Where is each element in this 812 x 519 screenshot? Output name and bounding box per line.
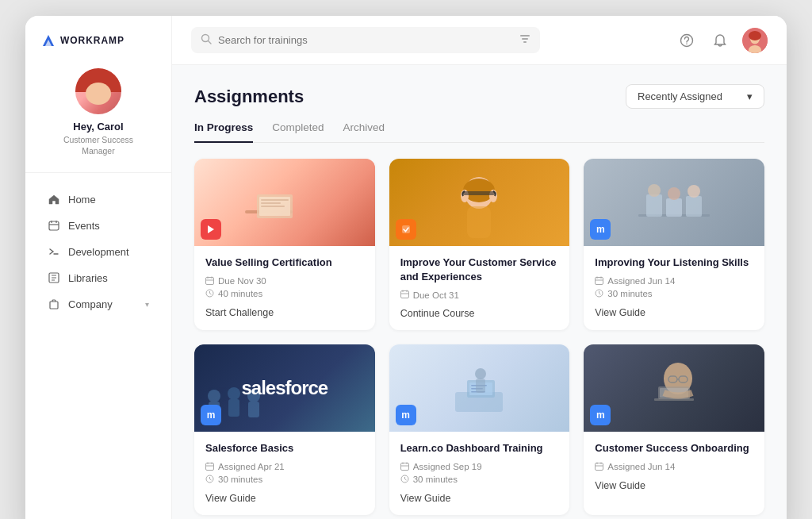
card-due-text-1: Due Nov 30 (218, 276, 266, 286)
sort-label: Recently Assigned (638, 90, 722, 102)
card-badge-3: m (590, 219, 611, 240)
tab-archived[interactable]: Archived (343, 121, 385, 143)
svg-rect-16 (523, 41, 527, 43)
card-action-1[interactable]: Start Challenge (205, 307, 364, 318)
sidebar-item-libraries[interactable]: Libraries (32, 265, 165, 290)
card-salesforce-basics[interactable]: salesforce (194, 344, 375, 515)
clock-icon-1 (205, 289, 214, 299)
sidebar-item-company[interactable]: Company ▾ (32, 291, 165, 317)
card-meta-5: Assigned Sep 19 30 minutes (400, 462, 559, 485)
card-action-6[interactable]: View Guide (595, 480, 753, 491)
desk-scene-icon (237, 171, 332, 234)
svg-rect-2 (49, 221, 59, 230)
svg-rect-15 (522, 38, 528, 40)
svg-rect-28 (261, 206, 285, 207)
sidebar-item-libraries-label: Libraries (68, 272, 108, 284)
user-avatar-topbar[interactable] (742, 28, 768, 53)
card-title-6: Customer Success Onboarding (595, 441, 753, 456)
card-duration-text-4: 30 minutes (218, 475, 262, 484)
card-assigned-3: Assigned Jun 14 (595, 276, 753, 286)
svg-point-21 (749, 31, 761, 40)
card-action-4[interactable]: View Guide (205, 493, 364, 504)
card-value-selling[interactable]: Value Selling Certification Due Nov 30 (194, 159, 375, 330)
main-content: Assignments Recently Assigned ▾ In Progr… (172, 16, 787, 519)
svg-rect-55 (596, 277, 603, 284)
sidebar-item-home[interactable]: Home (32, 186, 165, 212)
card-assigned-text-4: Assigned Apr 21 (218, 462, 285, 471)
svg-line-36 (210, 293, 212, 294)
salesforce-text: salesforce (241, 377, 327, 398)
card-meta-4: Assigned Apr 21 30 minutes (205, 462, 364, 485)
card-title-4: Salesforce Basics (205, 441, 364, 456)
topbar-right (676, 28, 768, 53)
tab-in-progress[interactable]: In Progress (194, 121, 253, 143)
sidebar-item-development[interactable]: Development (32, 239, 165, 264)
content-header: Assignments Recently Assigned ▾ (194, 84, 764, 109)
svg-rect-41 (463, 191, 495, 195)
svg-rect-49 (646, 194, 662, 217)
svg-point-18 (686, 43, 688, 44)
dashboard-illustration-icon (431, 356, 527, 420)
user-name: Hey, Carol (73, 121, 123, 133)
card-duration-text-3: 30 minutes (607, 289, 652, 298)
office-meeting-icon (630, 171, 718, 234)
card-duration-text-5: 30 minutes (413, 475, 458, 484)
svg-line-74 (210, 479, 212, 480)
card-badge-2 (396, 219, 416, 240)
card-image-1 (194, 159, 375, 246)
svg-line-61 (599, 293, 601, 294)
card-body-3: Improving Your Listening Skills Assigned… (584, 246, 764, 329)
logo-icon (41, 33, 56, 48)
sort-dropdown[interactable]: Recently Assigned ▾ (626, 84, 764, 109)
avatar (75, 68, 121, 114)
notifications-button[interactable] (709, 29, 731, 52)
card-due-1: Due Nov 30 (205, 276, 364, 286)
company-icon (48, 298, 60, 310)
card-body-2: Improve Your Customer Service and Experi… (389, 246, 570, 330)
card-assigned-text-6: Assigned Jun 14 (607, 462, 675, 471)
tab-completed[interactable]: Completed (272, 121, 324, 143)
svg-point-54 (688, 185, 700, 198)
card-meta-1: Due Nov 30 40 minutes (205, 276, 364, 299)
sidebar-nav: Home Events (25, 173, 171, 519)
svg-rect-68 (206, 463, 214, 470)
card-title-1: Value Selling Certification (205, 256, 364, 270)
svg-point-52 (648, 184, 661, 197)
svg-rect-65 (228, 399, 239, 417)
card-customer-success-onboarding[interactable]: m Customer Success Onboarding Assigned J… (584, 344, 764, 515)
card-action-2[interactable]: Continue Course (400, 308, 559, 319)
filter-icon[interactable] (519, 33, 530, 47)
search-input[interactable] (218, 34, 513, 46)
development-icon (48, 245, 60, 258)
card-duration-5: 30 minutes (400, 475, 559, 485)
card-meta-6: Assigned Jun 14 (595, 462, 753, 472)
card-action-5[interactable]: View Guide (400, 493, 559, 504)
card-duration-1: 40 minutes (205, 289, 364, 299)
card-image-2 (389, 159, 570, 246)
svg-line-13 (209, 41, 212, 44)
clock-icon-4 (205, 475, 214, 485)
card-listening-skills[interactable]: m Improving Your Listening Skills Assign… (584, 159, 764, 330)
sidebar-item-events[interactable]: Events (32, 213, 165, 238)
sort-chevron-icon: ▾ (747, 90, 753, 102)
svg-rect-27 (261, 202, 281, 204)
card-image-4: salesforce (194, 344, 375, 432)
svg-rect-83 (400, 463, 408, 470)
svg-rect-26 (261, 199, 289, 201)
card-learnco-dashboard[interactable]: m Learn.co Dashboard Training Assigned S… (389, 344, 570, 515)
svg-point-81 (475, 368, 486, 379)
card-action-3[interactable]: View Guide (595, 307, 753, 318)
svg-rect-42 (467, 206, 491, 238)
person-laptop-icon (630, 355, 718, 422)
svg-line-89 (404, 479, 406, 480)
clock-icon-5 (400, 475, 409, 485)
search-icon (201, 33, 212, 47)
assignments-content: Assignments Recently Assigned ▾ In Progr… (172, 65, 787, 519)
svg-point-64 (228, 387, 240, 400)
help-button[interactable] (676, 29, 698, 52)
logo: WORKRAMP (25, 16, 171, 56)
calendar-icon-5 (400, 462, 409, 472)
card-customer-service[interactable]: Improve Your Customer Service and Experi… (389, 159, 570, 330)
card-body-1: Value Selling Certification Due Nov 30 (194, 246, 375, 329)
search-box[interactable] (191, 27, 540, 53)
